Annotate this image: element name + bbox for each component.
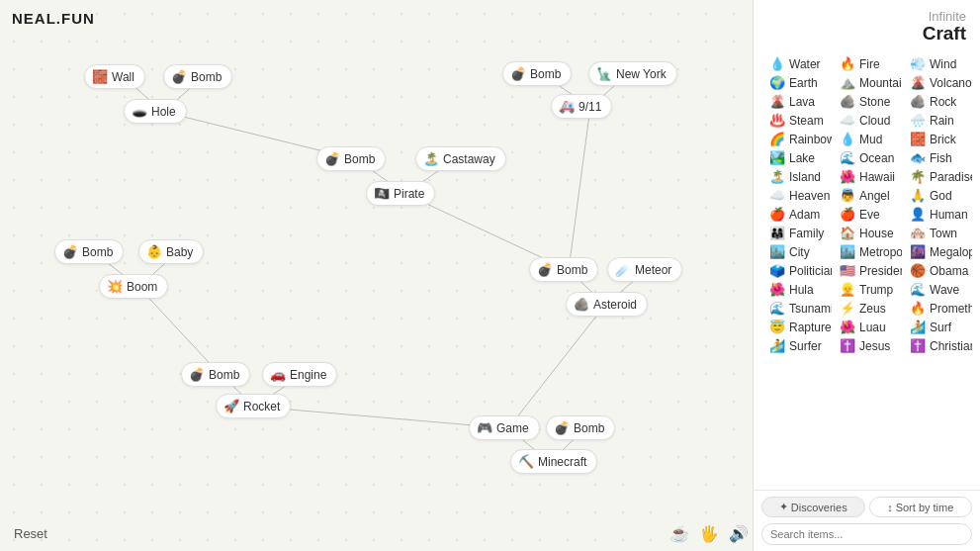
node-newyork[interactable]: 🗽New York <box>588 61 677 86</box>
list-item[interactable]: 🏄Surfer <box>761 336 832 355</box>
list-item[interactable]: 💧Water <box>761 54 832 73</box>
node-label-bomb3: Bomb <box>209 368 239 382</box>
node-icon-rocket: 🚀 <box>223 399 239 413</box>
sound-icon[interactable]: 🔊 <box>729 524 749 543</box>
list-item[interactable]: 🌊Ocean <box>832 148 902 167</box>
node-wall[interactable]: 🧱Wall <box>84 64 145 89</box>
item-icon: 🌍 <box>769 75 785 90</box>
list-item[interactable]: 🏞️Lake <box>761 148 832 167</box>
list-item[interactable]: ✝️Christianity <box>902 336 972 355</box>
canvas-area[interactable]: NEAL.FUN 🧱Wall💣Bomb🕳️Hole💣Bomb👶Baby💥Boom… <box>0 0 753 551</box>
node-bomb5[interactable]: 💣Bomb <box>502 61 572 86</box>
list-item[interactable]: 🌺Hula <box>761 280 832 299</box>
list-item[interactable]: 🏙️City <box>761 242 832 261</box>
list-item[interactable]: 🌺Luau <box>832 318 902 336</box>
node-meteor[interactable]: ☄️Meteor <box>607 257 682 282</box>
list-item[interactable]: 🏄Surf <box>902 318 972 336</box>
node-bomb4[interactable]: 💣Bomb <box>316 146 386 171</box>
node-label-minecraft: Minecraft <box>538 455 586 469</box>
list-item[interactable]: 🌴Paradise <box>902 167 972 186</box>
node-castaway[interactable]: 🏝️Castaway <box>415 146 506 171</box>
list-item[interactable]: 🏝️Island <box>761 167 832 186</box>
list-item[interactable]: 🌆Megalopolis <box>902 242 972 261</box>
list-item[interactable]: 🌺Hawaii <box>832 167 902 186</box>
node-hole[interactable]: 🕳️Hole <box>124 99 187 124</box>
node-bomb7[interactable]: 💣Bomb <box>546 415 615 440</box>
item-icon: 🙏 <box>910 188 926 203</box>
item-icon: 🐟 <box>910 150 926 165</box>
list-item[interactable]: 🌈Rainbow <box>761 130 832 148</box>
item-icon: 🌴 <box>910 169 926 184</box>
list-item[interactable]: 🏘️Town <box>902 224 972 242</box>
list-item[interactable]: 👨‍👩‍👧Family <box>761 224 832 242</box>
list-item[interactable]: 🍎Adam <box>761 205 832 224</box>
list-item[interactable]: 🍎Eve <box>832 205 902 224</box>
node-asteroid[interactable]: 🪨Asteroid <box>566 292 648 317</box>
list-item[interactable]: 🧱Brick <box>902 130 972 148</box>
list-item[interactable]: 👼Angel <box>832 186 902 205</box>
list-item[interactable]: 🌊Tsunami <box>761 299 832 318</box>
node-label-bomb4: Bomb <box>344 152 375 166</box>
node-game[interactable]: 🎮Game <box>469 415 540 440</box>
list-item[interactable]: 🌧️Rain <box>902 111 972 130</box>
item-icon: 🌺 <box>840 320 855 334</box>
item-label: City <box>789 245 810 259</box>
item-icon: 👼 <box>840 188 855 203</box>
list-item[interactable]: 🇺🇸President <box>832 261 902 280</box>
node-label-rocket: Rocket <box>243 400 280 413</box>
node-bomb1[interactable]: 💣Bomb <box>163 64 232 89</box>
list-item[interactable]: ☁️Heaven <box>761 186 832 205</box>
list-item[interactable]: 🏙️Metropolis <box>832 242 902 261</box>
list-item[interactable]: 😇Rapture <box>761 318 832 336</box>
list-item[interactable]: 🙏God <box>902 186 972 205</box>
list-item[interactable]: 🌊Wave <box>902 280 972 299</box>
node-label-bomb2: Bomb <box>82 245 113 259</box>
list-item[interactable]: 🐟Fish <box>902 148 972 167</box>
list-item[interactable]: 🌋Lava <box>761 92 832 111</box>
hand-icon[interactable]: 🖐️ <box>699 524 719 543</box>
item-label: Adam <box>789 208 820 222</box>
node-boom[interactable]: 💥Boom <box>99 274 168 299</box>
node-rocket[interactable]: 🚀Rocket <box>216 394 291 418</box>
sort-tab[interactable]: ↕ Sort by time <box>869 497 973 517</box>
discoveries-tab[interactable]: ✦ Discoveries <box>761 497 865 517</box>
list-item[interactable]: ⛰️Mountain <box>832 73 902 92</box>
node-engine[interactable]: 🚗Engine <box>262 362 337 387</box>
item-icon: 🪨 <box>910 94 926 109</box>
items-list[interactable]: 💧Water🔥Fire💨Wind🌍Earth⛰️Mountain🌋Volcano… <box>754 50 980 490</box>
node-label-hole: Hole <box>151 105 176 119</box>
reset-button[interactable]: Reset <box>14 526 47 541</box>
list-item[interactable]: 🔥Fire <box>832 54 902 73</box>
node-minecraft[interactable]: ⛏️Minecraft <box>510 449 597 474</box>
list-item[interactable]: 🪨Rock <box>902 92 972 111</box>
list-item[interactable]: 💨Wind <box>902 54 972 73</box>
node-bomb2[interactable]: 💣Bomb <box>54 239 124 264</box>
node-label-newyork: New York <box>616 67 667 81</box>
list-item[interactable]: 🗳️Politician <box>761 261 832 280</box>
list-item[interactable]: ✝️Jesus <box>832 336 902 355</box>
list-item[interactable]: 🔥Prometheus <box>902 299 972 318</box>
item-icon: 🍎 <box>840 207 855 222</box>
search-input[interactable] <box>761 523 972 545</box>
item-icon: 🌺 <box>769 282 785 297</box>
node-baby[interactable]: 👶Baby <box>138 239 204 264</box>
list-item[interactable]: 🌋Volcano <box>902 73 972 92</box>
list-item[interactable]: 👤Human <box>902 205 972 224</box>
list-item[interactable]: ☁️Cloud <box>832 111 902 130</box>
node-bomb6[interactable]: 💣Bomb <box>529 257 598 282</box>
node-911[interactable]: 🚑9/11 <box>551 94 612 119</box>
cup-icon[interactable]: ☕ <box>669 524 689 543</box>
item-label: Water <box>789 57 821 71</box>
list-item[interactable]: 🌍Earth <box>761 73 832 92</box>
list-item[interactable]: 👱Trump <box>832 280 902 299</box>
list-item[interactable]: ♨️Steam <box>761 111 832 130</box>
list-item[interactable]: 🏠House <box>832 224 902 242</box>
item-label: Mountain <box>859 76 902 90</box>
list-item[interactable]: 🏀Obama <box>902 261 972 280</box>
item-label: Obama <box>930 264 968 278</box>
node-pirate[interactable]: 🏴‍☠️Pirate <box>366 181 435 206</box>
list-item[interactable]: ⚡Zeus <box>832 299 902 318</box>
list-item[interactable]: 💧Mud <box>832 130 902 148</box>
node-bomb3[interactable]: 💣Bomb <box>181 362 250 387</box>
list-item[interactable]: 🪨Stone <box>832 92 902 111</box>
